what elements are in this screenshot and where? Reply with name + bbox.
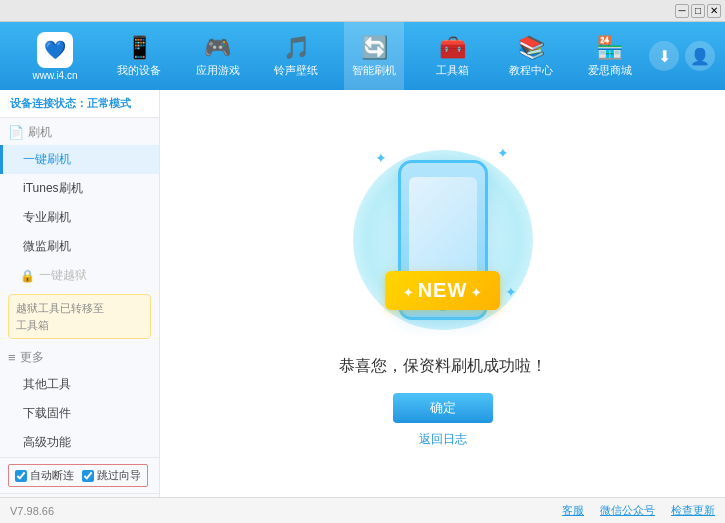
connection-status: 设备连接状态：正常模式: [0, 90, 159, 118]
status-label: 设备连接状态：: [10, 97, 87, 109]
check-update-link[interactable]: 检查更新: [671, 503, 715, 518]
section-more: ≡ 更多: [0, 343, 159, 370]
download-btn[interactable]: ⬇: [649, 41, 679, 71]
ringtone-label: 铃声壁纸: [274, 63, 318, 78]
flash-label: 智能刷机: [352, 63, 396, 78]
user-btn[interactable]: 👤: [685, 41, 715, 71]
sparkle-3: ✦: [505, 284, 517, 300]
apps-icon: 🎮: [204, 35, 231, 61]
header: 💙 www.i4.cn 📱 我的设备 🎮 应用游戏 🎵 铃声壁纸 🔄 智能刷机 …: [0, 22, 725, 90]
section-flash-icon: 📄: [8, 125, 24, 140]
section-flash-label: 刷机: [28, 124, 52, 141]
cancel-link[interactable]: 返回日志: [419, 431, 467, 448]
flash-icon: 🔄: [361, 35, 388, 61]
tools-icon: 🧰: [439, 35, 466, 61]
sidebar-pro-flash[interactable]: 专业刷机: [0, 203, 159, 232]
tutorial-label: 教程中心: [509, 63, 553, 78]
sidebar-download-firmware[interactable]: 下载固件: [0, 399, 159, 428]
sidebar-one-click-flash[interactable]: 一键刷机: [0, 145, 159, 174]
skip-wizard-checkbox[interactable]: 跳过向导: [82, 468, 141, 483]
status-value: 正常模式: [87, 97, 131, 109]
bottom-bar: V7.98.66 客服 微信公众号 检查更新: [0, 497, 725, 523]
my-device-icon: 📱: [126, 35, 153, 61]
bottom-left: V7.98.66: [10, 505, 562, 517]
success-message: 恭喜您，保资料刷机成功啦！: [339, 356, 547, 377]
sidebar-micro-flash[interactable]: 微监刷机: [0, 232, 159, 261]
title-bar: ─ □ ✕: [0, 0, 725, 22]
sparkle-1: ✦: [375, 150, 387, 166]
tools-label: 工具箱: [436, 63, 469, 78]
nav-ringtone[interactable]: 🎵 铃声壁纸: [266, 22, 326, 90]
nav-tools[interactable]: 🧰 工具箱: [423, 22, 483, 90]
device-info: 📱 iPhone 12 mini 64GB Down-12mini-13,1: [0, 493, 159, 497]
maximize-btn[interactable]: □: [691, 4, 705, 18]
nav-tutorial[interactable]: 📚 教程中心: [501, 22, 561, 90]
shop-icon: 🏪: [596, 35, 623, 61]
apps-label: 应用游戏: [196, 63, 240, 78]
auto-disconnect-checkbox[interactable]: 自动断连: [15, 468, 74, 483]
content-area: ✦ ✦ ✦ NEW 恭喜您，保资料刷机成功啦！ 确定 返回日志: [160, 90, 725, 497]
nav-apps[interactable]: 🎮 应用游戏: [188, 22, 248, 90]
tutorial-icon: 📚: [518, 35, 545, 61]
sidebar-jailbreak-disabled: 🔒 一键越狱: [0, 261, 159, 290]
my-device-label: 我的设备: [117, 63, 161, 78]
nav-flash[interactable]: 🔄 智能刷机: [344, 22, 404, 90]
confirm-button[interactable]: 确定: [393, 393, 493, 423]
wechat-link[interactable]: 微信公众号: [600, 503, 655, 518]
section-more-icon: ≡: [8, 350, 16, 365]
jailbreak-notice: 越狱工具已转移至工具箱: [8, 294, 151, 339]
logo-icon: 💙: [37, 32, 73, 68]
nav-right: ⬇ 👤: [649, 41, 715, 71]
sparkle-2: ✦: [497, 145, 509, 161]
new-badge: NEW: [385, 271, 501, 310]
main-layout: 设备连接状态：正常模式 📄 刷机 一键刷机 iTunes刷机 专业刷机 微监刷机…: [0, 90, 725, 497]
nav-shop[interactable]: 🏪 爱思商城: [580, 22, 640, 90]
lock-icon: 🔒: [20, 269, 35, 283]
ringtone-icon: 🎵: [283, 35, 310, 61]
sidebar-itunes-flash[interactable]: iTunes刷机: [0, 174, 159, 203]
minimize-btn[interactable]: ─: [675, 4, 689, 18]
logo-area: 💙 www.i4.cn: [10, 32, 100, 81]
bottom-right: 客服 微信公众号 检查更新: [562, 503, 715, 518]
section-more-label: 更多: [20, 349, 44, 366]
shop-label: 爱思商城: [588, 63, 632, 78]
sidebar-other-tools[interactable]: 其他工具: [0, 370, 159, 399]
logo-text: www.i4.cn: [32, 70, 77, 81]
sidebar-advanced[interactable]: 高级功能: [0, 428, 159, 457]
phone-illustration: ✦ ✦ ✦ NEW: [363, 140, 523, 340]
section-flash: 📄 刷机: [0, 118, 159, 145]
version-label: V7.98.66: [10, 505, 54, 517]
customer-service-link[interactable]: 客服: [562, 503, 584, 518]
close-btn[interactable]: ✕: [707, 4, 721, 18]
nav-items: 📱 我的设备 🎮 应用游戏 🎵 铃声壁纸 🔄 智能刷机 🧰 工具箱 📚 教程中心…: [100, 22, 649, 90]
sidebar: 设备连接状态：正常模式 📄 刷机 一键刷机 iTunes刷机 专业刷机 微监刷机…: [0, 90, 160, 497]
nav-my-device[interactable]: 📱 我的设备: [109, 22, 169, 90]
